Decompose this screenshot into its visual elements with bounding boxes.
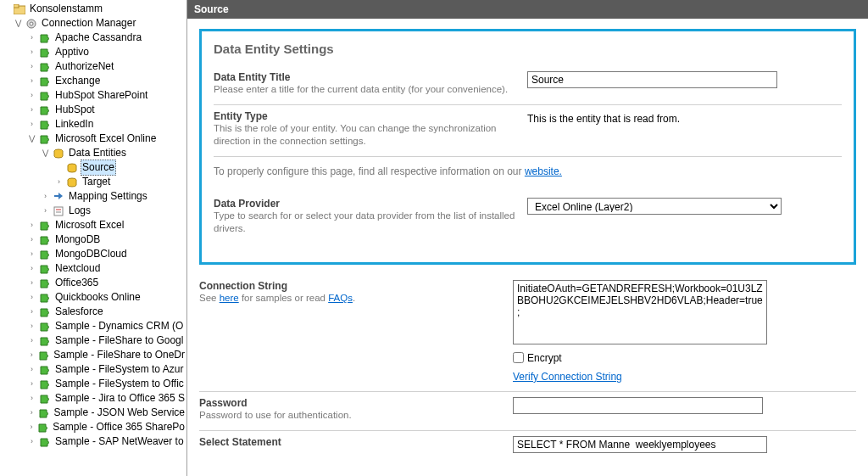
- expander-closed-icon[interactable]: ›: [27, 350, 36, 360]
- encrypt-label: Encrypt: [527, 352, 562, 364]
- tree-rest-13[interactable]: ›Sample - JSON Web Service: [0, 406, 186, 420]
- website-link[interactable]: website.: [525, 165, 562, 177]
- tree-rest-5[interactable]: ›Quickbooks Online: [0, 290, 186, 305]
- tree-item-0[interactable]: ›Apache Cassandra: [0, 31, 186, 45]
- expander-closed-icon[interactable]: ›: [27, 76, 36, 86]
- folder-icon: [13, 3, 26, 16]
- tree-item-1[interactable]: ›Apptivo: [0, 45, 186, 59]
- expander-closed-icon[interactable]: ›: [27, 278, 36, 288]
- expander-closed-icon[interactable]: ›: [27, 408, 36, 417]
- password-desc: Password to use for authentication.: [199, 409, 504, 422]
- tree-conn-mgr-label: Connection Manager: [40, 16, 137, 31]
- expander-closed-icon[interactable]: ›: [27, 365, 36, 374]
- tree-rest-3[interactable]: ›Nextcloud: [0, 261, 186, 276]
- here-link[interactable]: here: [220, 293, 239, 303]
- tree-item-4[interactable]: ›HubSpot SharePoint: [0, 88, 186, 103]
- expander-closed-icon[interactable]: ›: [27, 437, 36, 446]
- password-input[interactable]: [513, 397, 763, 414]
- verify-connection-link[interactable]: Verify Connection String: [513, 371, 622, 383]
- tree-item-2[interactable]: ›AuthorizeNet: [0, 59, 186, 74]
- tree-node-label: Sample - FileShare to OneDr: [52, 348, 186, 362]
- expander-open-icon[interactable]: ⋁: [41, 148, 50, 158]
- expander-closed-icon[interactable]: ›: [27, 105, 36, 115]
- tree-node-label: Quickbooks Online: [53, 290, 142, 305]
- tree-node-icon: [37, 421, 49, 434]
- expander-closed-icon[interactable]: ›: [27, 423, 36, 432]
- tree-node-label: Sample - FileShare to Googl: [53, 333, 185, 348]
- tree-excel-online[interactable]: ⋁Microsoft Excel Online: [0, 132, 186, 146]
- tree-target[interactable]: ›Target: [0, 175, 186, 189]
- expander-closed-icon[interactable]: ›: [27, 293, 36, 302]
- password-label: Password: [199, 397, 504, 409]
- tree-item-3[interactable]: ›Exchange: [0, 74, 186, 88]
- tree-rest-0[interactable]: ›Microsoft Excel: [0, 218, 186, 232]
- tree-node-label: Apptivo: [53, 45, 91, 59]
- entity-type-label: Entity Type: [214, 110, 519, 122]
- expander-closed-icon[interactable]: ›: [41, 206, 50, 216]
- gear-icon: [25, 17, 38, 31]
- tree-rest-1[interactable]: ›MongoDB: [0, 232, 186, 247]
- expander-closed-icon[interactable]: ›: [27, 307, 36, 316]
- tree-item-6[interactable]: ›LinkedIn: [0, 117, 186, 132]
- expander-closed-icon[interactable]: ›: [27, 62, 36, 71]
- tree-connection-manager[interactable]: ⋁ Connection Manager: [0, 16, 186, 31]
- page-title-bar: Source: [187, 0, 868, 19]
- tree-rest-2[interactable]: ›MongoDBCloud: [0, 247, 186, 261]
- tree-rest-11[interactable]: ›Sample - FileSystem to Offic: [0, 377, 186, 391]
- expander-closed-icon[interactable]: ›: [27, 33, 36, 42]
- tree-data-entities[interactable]: ⋁Data Entities: [0, 146, 186, 160]
- expander-closed-icon[interactable]: ›: [27, 221, 36, 230]
- expander-open-icon[interactable]: ⋁: [14, 19, 23, 28]
- expander-closed-icon[interactable]: ›: [41, 192, 50, 201]
- tree-node-label: Logs: [67, 204, 92, 218]
- tree-node-icon: [38, 233, 52, 247]
- expander-closed-icon[interactable]: ›: [27, 322, 36, 331]
- tree-node-icon: [38, 118, 52, 132]
- tree-mapping[interactable]: ›Mapping Settings: [0, 189, 186, 204]
- expander-closed-icon[interactable]: ›: [27, 48, 36, 57]
- expander-closed-icon[interactable]: ›: [54, 177, 64, 187]
- connection-string-input[interactable]: InitiateOAuth=GETANDREFRESH;Workbook=01U…: [513, 280, 767, 344]
- expander-closed-icon[interactable]: ›: [27, 249, 36, 259]
- tree-rest-10[interactable]: ›Sample - FileSystem to Azur: [0, 362, 186, 377]
- tree-source[interactable]: ›Source: [0, 160, 186, 175]
- expander-closed-icon[interactable]: ›: [27, 394, 36, 403]
- entity-title-input[interactable]: [527, 71, 777, 88]
- expander-closed-icon[interactable]: ›: [27, 379, 36, 389]
- tree-logs[interactable]: ›Logs: [0, 204, 186, 218]
- expander-closed-icon[interactable]: ›: [27, 336, 36, 345]
- expander-closed-icon[interactable]: ›: [27, 264, 36, 273]
- tree-rest-6[interactable]: ›Salesforce: [0, 305, 186, 319]
- entity-title-label: Data Entity Title: [214, 71, 519, 83]
- expander-closed-icon[interactable]: ›: [27, 91, 36, 100]
- tree-rest-4[interactable]: ›Office365: [0, 276, 186, 290]
- faqs-link[interactable]: FAQs: [328, 293, 353, 303]
- tree-root[interactable]: ▶ Konsolenstamm: [0, 2, 186, 16]
- tree-node-icon: [38, 320, 52, 333]
- section-title: Data Entity Settings: [214, 42, 842, 56]
- tree-rest-14[interactable]: ›Sample - Office 365 SharePo: [0, 420, 186, 434]
- tree-rest-15[interactable]: ›Sample - SAP NetWeaver to: [0, 434, 186, 449]
- select-statement-input[interactable]: SELECT * FROM Manne weeklyemployees: [513, 436, 767, 453]
- expander-open-icon[interactable]: ⋁: [27, 134, 36, 143]
- data-provider-select[interactable]: Excel Online (Layer2): [527, 198, 782, 215]
- tree-item-5[interactable]: ›HubSpot: [0, 103, 186, 117]
- data-provider-desc: Type to search for or select your data p…: [214, 210, 519, 235]
- tree-rest-9[interactable]: ›Sample - FileShare to OneDr: [0, 348, 186, 362]
- tree-node-label: Sample - SAP NetWeaver to: [53, 434, 186, 449]
- tree-rest-7[interactable]: ›Sample - Dynamics CRM (O: [0, 319, 186, 333]
- tree-node-label: Sample - Office 365 SharePo: [51, 420, 186, 434]
- tree-rest-12[interactable]: ›Sample - Jira to Office 365 S: [0, 391, 186, 406]
- svg-rect-7: [54, 207, 63, 216]
- encrypt-checkbox[interactable]: [513, 352, 524, 363]
- tree-node-label: Apache Cassandra: [53, 31, 143, 45]
- expander-closed-icon[interactable]: ›: [27, 235, 36, 244]
- tree-rest-8[interactable]: ›Sample - FileShare to Googl: [0, 333, 186, 348]
- connection-string-desc: See here for samples or read FAQs.: [199, 292, 504, 305]
- expander-closed-icon[interactable]: ›: [27, 120, 36, 129]
- tree-node-label: Sample - FileSystem to Azur: [53, 362, 185, 377]
- tree-node-label: Salesforce: [53, 305, 105, 319]
- tree-node-label: Sample - JSON Web Service: [53, 406, 187, 420]
- tree-node-icon: [65, 176, 79, 189]
- tree-node-label: Exchange: [53, 74, 102, 88]
